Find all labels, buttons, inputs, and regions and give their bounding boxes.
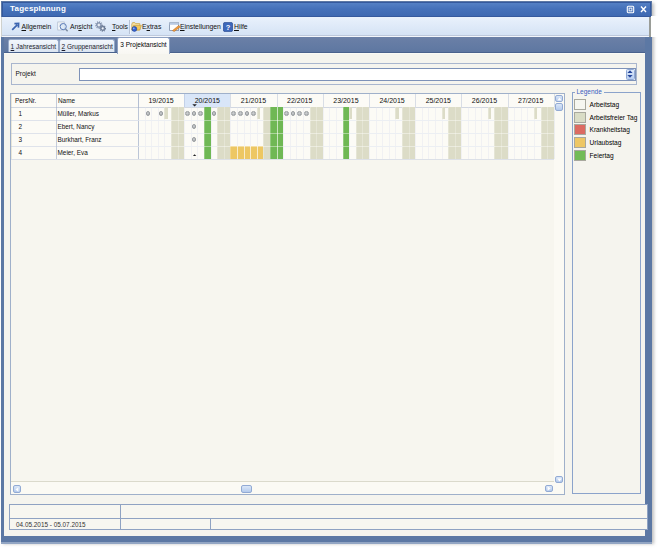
svg-text:?: ? [226, 22, 231, 31]
